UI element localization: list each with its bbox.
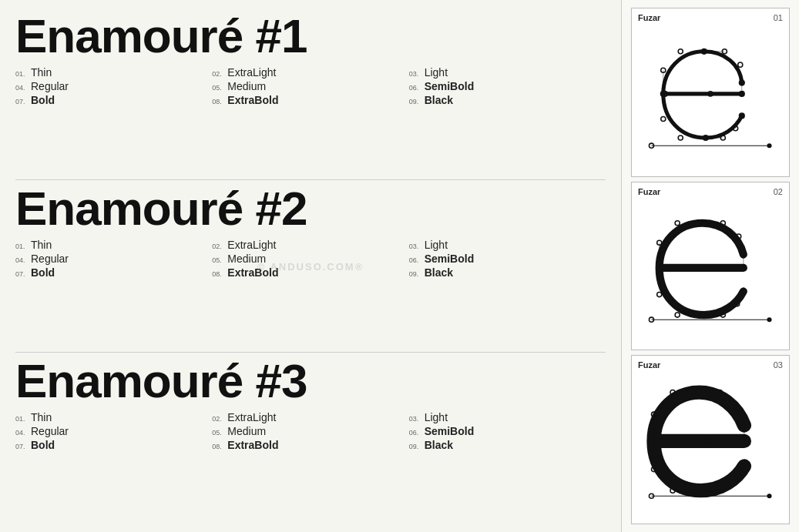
svg-point-47: [767, 317, 771, 322]
svg-point-23: [767, 143, 771, 148]
weight-item: 04. Regular: [15, 425, 212, 437]
weight-item: 05. Medium: [212, 253, 408, 265]
weight-item: 03. Light: [409, 66, 606, 79]
fuzar-label-2: Fuzar: [638, 187, 660, 196]
fuzar-glyph-1: [632, 8, 789, 176]
fuzar-label-3: Fuzar: [638, 360, 660, 370]
weight-grid-3: 01. Thin 04. Regular 07. Bold 02. ExtraL…: [15, 411, 606, 451]
weight-col-1: 01. Thin 04. Regular 07. Bold: [15, 411, 212, 451]
fuzar-num-3: 03: [774, 360, 783, 370]
weight-item: 09. Black: [409, 439, 606, 451]
fuzar-glyph-2: [632, 182, 789, 350]
font-title-2: Enamouré #2: [15, 185, 606, 233]
weight-col-2: 02. ExtraLight 05. Medium 08. ExtraBold: [212, 411, 408, 451]
font-section-3: Enamouré #3 01. Thin 04. Regular 07. Bol…: [15, 353, 606, 524]
fuzar-card-1: Fuzar 01: [631, 8, 790, 177]
weight-item: 09. Black: [409, 266, 606, 279]
fuzar-card-3: Fuzar 03: [631, 355, 790, 524]
font-title-1: Enamouré #1: [15, 12, 606, 60]
weight-item: 02. ExtraLight: [212, 239, 408, 251]
font-title-3: Enamouré #3: [15, 357, 606, 405]
weight-col-1: 01. Thin 04. Regular 07. Bold: [15, 239, 212, 279]
weight-item: 01. Thin: [15, 411, 212, 423]
svg-point-1: [738, 62, 743, 67]
svg-point-71: [767, 494, 771, 499]
weight-item: 01. Thin: [15, 239, 212, 251]
weight-item: 08. ExtraBold: [212, 94, 408, 106]
fuzar-card-2: Fuzar 02: [631, 182, 790, 351]
weight-item: 04. Regular: [15, 253, 212, 265]
weight-item: 01. Thin: [15, 66, 212, 79]
weight-item: 09. Black: [409, 94, 606, 106]
fuzar-num-2: 02: [774, 187, 783, 196]
weight-item: 08. ExtraBold: [212, 439, 408, 451]
weight-item: 05. Medium: [212, 425, 408, 437]
weight-item: 02. ExtraLight: [212, 66, 408, 79]
weight-item: 06. SemiBold: [409, 80, 606, 92]
font-section-2: Enamouré #2 01. Thin 04. Regular 07. Bol…: [15, 180, 606, 353]
weight-item: 08. ExtraBold: [212, 266, 408, 279]
weight-grid-2: 01. Thin 04. Regular 07. Bold 02. ExtraL…: [15, 239, 606, 279]
weight-item: 05. Medium: [212, 80, 408, 92]
svg-point-28: [675, 220, 680, 225]
svg-point-4: [678, 49, 683, 54]
font-section-1: Enamouré #1 01. Thin 04. Regular 07. Bol…: [15, 8, 606, 180]
weight-item: 03. Light: [409, 239, 606, 251]
svg-point-62: [654, 438, 660, 444]
main-content: © ANDUSO.COM® Enamouré #1 01. Thin 04. R…: [0, 0, 622, 532]
fuzar-label-1: Fuzar: [638, 13, 660, 22]
svg-point-32: [675, 313, 680, 317]
weight-item: 07. Bold: [15, 439, 212, 451]
weight-col-1: 01. Thin 04. Regular 07. Bold: [15, 66, 212, 106]
weight-grid-1: 01. Thin 04. Regular 07. Bold 02. ExtraL…: [15, 66, 606, 106]
weight-col-3: 03. Light 06. SemiBold 09. Black: [409, 239, 606, 279]
weight-col-3: 03. Light 06. SemiBold 09. Black: [409, 66, 606, 106]
fuzar-glyph-3: [632, 356, 789, 524]
weight-col-2: 02. ExtraLight 05. Medium 08. ExtraBold: [212, 239, 408, 279]
weight-item: 07. Bold: [15, 94, 212, 106]
fuzar-num-1: 01: [774, 13, 783, 22]
svg-point-7: [661, 116, 666, 121]
svg-point-14: [662, 91, 668, 97]
weight-col-2: 02. ExtraLight 05. Medium 08. ExtraBold: [212, 66, 408, 106]
svg-point-31: [657, 292, 662, 296]
weight-item: 02. ExtraLight: [212, 411, 408, 423]
weight-item: 07. Bold: [15, 266, 212, 279]
svg-point-8: [678, 136, 683, 140]
weight-item: 04. Regular: [15, 80, 212, 92]
weight-col-3: 03. Light 06. SemiBold 09. Black: [409, 411, 606, 451]
sidebar: Fuzar 01: [622, 0, 799, 532]
weight-item: 06. SemiBold: [409, 425, 606, 437]
weight-item: 06. SemiBold: [409, 253, 606, 265]
weight-item: 03. Light: [409, 411, 606, 423]
